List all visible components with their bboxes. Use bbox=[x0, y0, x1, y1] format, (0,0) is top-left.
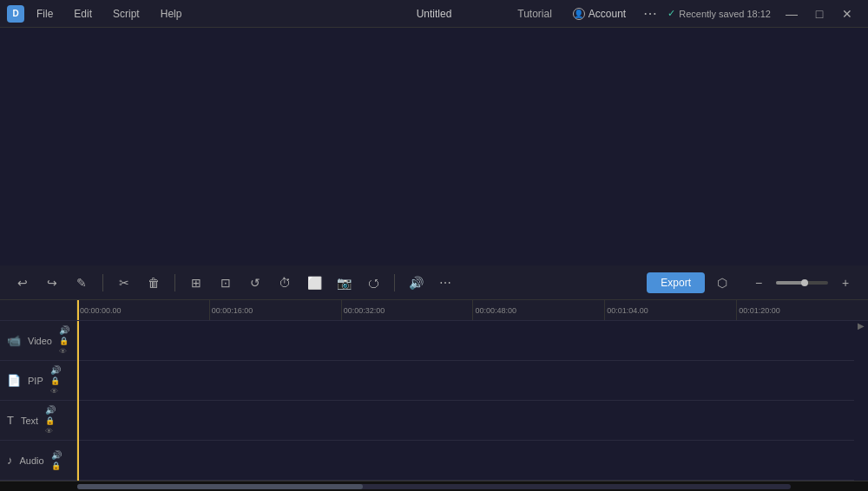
playback-progress-bar[interactable] bbox=[641, 455, 799, 459]
zoom-controls: − + bbox=[746, 271, 858, 295]
zoom-out-button[interactable]: − bbox=[746, 271, 771, 295]
skip-back-button[interactable]: ⏮ bbox=[502, 447, 523, 468]
audio-tool[interactable]: 🔊 bbox=[404, 271, 428, 295]
delete-tool[interactable]: 🗑 bbox=[141, 271, 166, 295]
tab-opening[interactable]: Opening bbox=[146, 35, 209, 57]
filter-audio[interactable]: Audio ( 0 ) bbox=[246, 97, 307, 113]
menu-bar: File Edit Script Help bbox=[31, 6, 187, 22]
tab-background[interactable]: Background bbox=[257, 35, 337, 57]
select-tool[interactable]: ✎ bbox=[69, 271, 94, 295]
account-button[interactable]: 👤 Account bbox=[566, 6, 633, 22]
sidebar-item-filters[interactable]: ▦ Filters bbox=[0, 224, 62, 272]
menu-edit[interactable]: Edit bbox=[69, 6, 97, 22]
split-tool[interactable]: ⊞ bbox=[184, 271, 208, 295]
title-bar: D File Edit Script Help Untitled Tutoria… bbox=[0, 0, 868, 28]
record-online-button[interactable]: 🖥 Record online class bbox=[246, 65, 364, 84]
more-tool[interactable]: ⋯ bbox=[433, 271, 457, 295]
sidebar-item-media[interactable]: 🎬 Media bbox=[0, 35, 62, 82]
toolbar-sep-3 bbox=[394, 274, 395, 291]
aspect-ratio-label: Aspect ratio bbox=[502, 477, 552, 488]
saved-indicator: Recently saved 18:12 bbox=[667, 8, 771, 19]
zoom-slider[interactable] bbox=[776, 281, 828, 285]
separator-1 bbox=[141, 67, 142, 82]
maximize-button[interactable]: □ bbox=[806, 0, 833, 28]
left-sidebar: 🎬 Media ♪ Music T Text ⇌ Transitions ▦ F… bbox=[0, 28, 62, 491]
cut-tool[interactable]: ✂ bbox=[112, 271, 136, 295]
media-action-bar: ⬇ Import ⏺ Record 🖥 Record online class … bbox=[62, 58, 487, 92]
record-online-icon: 🖥 bbox=[251, 68, 263, 82]
preview-panel: ⏮ ⏪ ▶ ⏩ ⬜ 🔊 ⚙ Aspect ratio 16 : 9 00:00:… bbox=[488, 28, 868, 491]
sort-label: Sort bbox=[457, 69, 477, 81]
aspect-ratio: Aspect ratio 16 : 9 bbox=[502, 477, 580, 488]
app-icon: D bbox=[7, 5, 24, 23]
total-timecode: 00:00:00.00 bbox=[804, 477, 854, 488]
step-forward-button[interactable]: ⏩ bbox=[585, 447, 606, 468]
minimize-button[interactable]: — bbox=[778, 0, 806, 28]
snapshot-tool[interactable]: 📷 bbox=[332, 271, 356, 295]
import-icon: ⬇ bbox=[78, 68, 89, 82]
crop-tool[interactable]: ⊡ bbox=[214, 271, 238, 295]
redo-button[interactable]: ↪ bbox=[40, 271, 64, 295]
zoom-in-button[interactable]: + bbox=[833, 271, 858, 295]
separator-2 bbox=[231, 67, 232, 82]
filter-tab-bar: All ( 0 ) Video ( 0 ) Image ( 0 ) Audio … bbox=[62, 92, 487, 119]
zoom-handle[interactable] bbox=[801, 279, 808, 286]
tutorial-button[interactable]: Tutorial bbox=[510, 6, 559, 22]
filter-video[interactable]: Video ( 0 ) bbox=[121, 97, 182, 113]
settings-button[interactable]: ⚙ bbox=[833, 447, 854, 468]
sidebar-item-filters-label: Filters bbox=[19, 252, 45, 263]
undo-button[interactable]: ↩ bbox=[10, 271, 35, 295]
fit-button[interactable]: ⬡ bbox=[710, 271, 734, 295]
progress-fill bbox=[641, 455, 767, 459]
account-label: Account bbox=[589, 8, 626, 20]
window-controls: — □ ✕ bbox=[778, 0, 861, 28]
volume-button[interactable]: 🔊 bbox=[806, 447, 826, 468]
export-button[interactable]: Export bbox=[647, 272, 705, 293]
mask-tool[interactable]: ⬜ bbox=[302, 271, 326, 295]
filters-icon: ▦ bbox=[25, 232, 38, 249]
preview-info-bar: Aspect ratio 16 : 9 00:00:00.00 / 00:00:… bbox=[488, 473, 868, 491]
filter-subtitle[interactable]: Subtitle ( 0 ) bbox=[306, 97, 375, 113]
main-layout: 🎬 Media ♪ Music T Text ⇌ Transitions ▦ F… bbox=[0, 28, 868, 491]
menu-script[interactable]: Script bbox=[108, 6, 145, 22]
menu-help[interactable]: Help bbox=[155, 6, 187, 22]
sidebar-item-text[interactable]: T Text bbox=[0, 129, 62, 176]
tab-hot[interactable]: Hot bbox=[213, 35, 253, 57]
tab-local-mat[interactable]: Local mat bbox=[73, 35, 142, 57]
step-back-button[interactable]: ⏪ bbox=[529, 447, 550, 468]
toolbar-sep-2 bbox=[174, 274, 175, 291]
preview-controls: ⏮ ⏪ ▶ ⏩ ⬜ 🔊 ⚙ bbox=[488, 441, 868, 473]
account-icon: 👤 bbox=[573, 8, 585, 20]
record-button[interactable]: ⏺ Record bbox=[156, 65, 217, 84]
sidebar-item-elements-label: Elements bbox=[12, 300, 52, 311]
sidebar-item-transitions[interactable]: ⇌ Transitions bbox=[0, 176, 62, 224]
sidebar-item-music[interactable]: ♪ Music bbox=[0, 82, 62, 129]
menu-file[interactable]: File bbox=[31, 6, 58, 22]
text-icon: T bbox=[28, 138, 36, 154]
import-button[interactable]: ⬇ Import bbox=[73, 65, 128, 84]
sidebar-item-music-label: Music bbox=[19, 110, 44, 121]
record-online-label: Record online class bbox=[267, 69, 358, 81]
title-bar-right: Tutorial 👤 Account ⋯ Recently saved 18:1… bbox=[510, 0, 861, 28]
filter-all[interactable]: All ( 0 ) bbox=[73, 97, 121, 113]
current-timecode: 00:00:00.00 bbox=[737, 477, 787, 488]
rotate-tool[interactable]: ↺ bbox=[243, 271, 267, 295]
sort-button[interactable]: ⊞ Sort bbox=[445, 69, 477, 81]
sidebar-item-media-label: Media bbox=[19, 63, 45, 74]
more-options-button[interactable]: ⋯ bbox=[640, 3, 661, 24]
close-button[interactable]: ✕ bbox=[833, 0, 861, 28]
sidebar-item-transitions-label: Transitions bbox=[9, 205, 55, 215]
reverse-tool[interactable]: ⭯ bbox=[361, 271, 385, 295]
music-icon: ♪ bbox=[29, 91, 36, 107]
filter-image[interactable]: Image ( 0 ) bbox=[181, 97, 245, 113]
play-button[interactable]: ▶ bbox=[557, 447, 578, 468]
sort-icon: ⊞ bbox=[445, 69, 454, 81]
transitions-icon: ⇌ bbox=[26, 185, 37, 201]
progress-handle[interactable] bbox=[763, 453, 772, 462]
import-label: Import bbox=[93, 69, 122, 81]
fullscreen-button[interactable]: ⬜ bbox=[613, 447, 634, 468]
import-drop-area[interactable]: Import Files with Double Click bbox=[76, 133, 473, 477]
media-tab-bar: Local mat Opening Hot Background bbox=[62, 28, 487, 58]
speed-tool[interactable]: ⏱ bbox=[273, 271, 297, 295]
media-icon: 🎬 bbox=[23, 43, 41, 60]
